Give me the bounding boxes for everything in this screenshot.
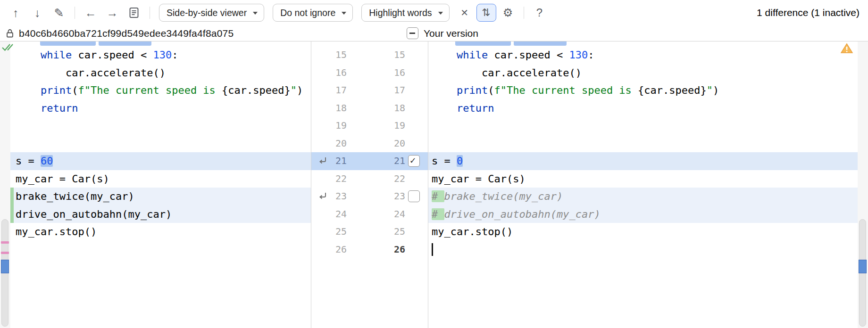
code-line[interactable]: my_car = Car(s) [10, 170, 311, 188]
left-scrollbar-stripe[interactable] [0, 41, 10, 328]
compare-previous-file-button[interactable]: ← [81, 4, 100, 22]
inspection-warning-icon[interactable] [841, 43, 853, 56]
synchronize-scrolling-icon: ⇅ [482, 8, 490, 18]
include-all-changes-checkbox[interactable] [407, 27, 418, 39]
compare-with-clipboard-button[interactable] [124, 4, 144, 22]
gutter-row: 2323 [311, 188, 428, 205]
code-line[interactable]: s = 60 [10, 152, 311, 170]
line-number-right: 24 [394, 205, 405, 223]
viewer-mode-label: Side-by-side viewer [167, 8, 247, 18]
code-token [16, 84, 41, 96]
include-change-checkbox[interactable] [408, 155, 420, 167]
left-editor[interactable]: while car.speed < 130: car.accelerate() … [10, 41, 311, 328]
code-line[interactable] [428, 241, 858, 259]
chevron-down-icon [253, 12, 258, 15]
line-number-left: 25 [335, 223, 347, 241]
arrow-right-icon: → [107, 7, 118, 19]
code-token: car.speed < [488, 49, 569, 61]
right-title-group: Your version [407, 25, 478, 41]
code-token: s = [16, 155, 41, 167]
line-number-left: 17 [335, 82, 347, 99]
code-line[interactable] [428, 117, 858, 135]
right-editor[interactable]: while car.speed < 130: car.accelerate() … [428, 41, 858, 328]
code-token: ) [713, 84, 719, 96]
left-file-title: b40c6b4660ba721cf99d549edee3449fa4f8a075 [19, 28, 234, 39]
gutter-row: 1616 [311, 64, 428, 82]
ignore-policy-label: Do not ignore [280, 8, 335, 18]
code-token: f"The current speed is [494, 84, 638, 96]
apply-change-icon[interactable] [317, 156, 328, 165]
lock-icon [6, 28, 14, 38]
settings-button[interactable]: ⚙ [498, 4, 518, 22]
toolbar-separator [150, 7, 150, 19]
right-scrollbar-stripe[interactable] [858, 41, 868, 328]
code-line[interactable]: brake_twice(my_car) [10, 188, 311, 205]
code-line[interactable] [10, 117, 311, 135]
line-number-left: 21 [335, 152, 347, 170]
pencil-icon: ✎ [54, 7, 64, 19]
include-change-checkbox[interactable] [408, 190, 420, 202]
synchronize-scrolling-button[interactable]: ⇅ [476, 4, 496, 22]
inserted-change-bar [10, 205, 14, 223]
code-line[interactable]: # drive_on_autobahn(my_car) [428, 205, 858, 223]
line-number-left: 15 [335, 46, 347, 64]
code-token: return [41, 102, 78, 114]
gutter-row: 2626 [311, 241, 428, 259]
code-token: return [457, 102, 494, 114]
collapse-unchanged-button[interactable]: ✕ [455, 4, 475, 22]
line-number-right: 21 [394, 152, 405, 170]
change-block-marker[interactable] [859, 260, 867, 273]
code-line[interactable]: print(f"The current speed is {car.speed}… [10, 82, 311, 99]
gutter-row: 2525 [311, 223, 428, 241]
code-line[interactable]: my_car = Car(s) [428, 170, 858, 188]
code-token: " [707, 84, 713, 96]
toolbar-separator [524, 7, 524, 19]
code-line[interactable]: return [428, 99, 858, 117]
modified-line-marker[interactable] [1, 241, 9, 244]
code-token: print [41, 84, 72, 96]
line-number-left: 20 [335, 135, 347, 153]
edit-source-button[interactable]: ✎ [49, 4, 69, 22]
code-line[interactable] [10, 135, 311, 153]
clipped-highlight [99, 41, 151, 46]
line-number-left: 16 [335, 64, 347, 82]
compare-next-file-button[interactable]: → [102, 4, 122, 22]
diff-toolbar: ↑ ↓ ✎ ← → Side-by-side viewer Do not ign… [0, 0, 868, 25]
apply-change-icon[interactable] [317, 191, 328, 201]
code-line[interactable]: car.accelerate() [10, 64, 311, 82]
code-token: while [457, 49, 488, 61]
code-token: {car.speed} [222, 84, 291, 96]
code-line[interactable]: while car.speed < 130: [10, 46, 311, 64]
code-line[interactable]: my_car.stop() [428, 223, 858, 241]
change-block-marker[interactable] [1, 260, 9, 273]
code-token: print [457, 84, 488, 96]
code-line[interactable]: return [10, 99, 311, 117]
code-token: 130 [153, 49, 172, 61]
code-line[interactable]: print(f"The current speed is {car.speed}… [428, 82, 858, 99]
code-token [432, 49, 457, 61]
diff-viewer-window: ↑ ↓ ✎ ← → Side-by-side viewer Do not ign… [0, 0, 868, 328]
help-button[interactable]: ? [530, 4, 550, 22]
previous-difference-button[interactable]: ↑ [6, 4, 25, 22]
next-difference-button[interactable]: ↓ [27, 4, 47, 22]
line-number-left: 22 [335, 170, 347, 188]
code-line[interactable] [10, 241, 311, 259]
code-line[interactable] [428, 135, 858, 153]
toolbar-separator [75, 7, 75, 19]
clipboard-document-icon [128, 7, 140, 19]
code-token: # [432, 190, 444, 202]
code-token: ) [297, 84, 303, 96]
ignore-policy-dropdown[interactable]: Do not ignore [273, 4, 353, 22]
code-line[interactable]: my_car.stop() [10, 223, 311, 241]
code-line[interactable]: # brake_twice(my_car) [428, 188, 858, 205]
code-line[interactable]: while car.speed < 130: [428, 46, 858, 64]
viewer-mode-dropdown[interactable]: Side-by-side viewer [159, 4, 264, 22]
line-number-left: 23 [335, 188, 347, 205]
inspections-ok-icon[interactable] [1, 42, 14, 54]
modified-line-marker[interactable] [1, 252, 9, 254]
line-number-right: 18 [394, 99, 405, 117]
code-line[interactable]: car.accelerate() [428, 64, 858, 82]
highlight-mode-dropdown[interactable]: Highlight words [361, 4, 449, 22]
code-line[interactable]: drive_on_autobahn(my_car) [10, 205, 311, 223]
code-line[interactable]: s = 0 [428, 152, 858, 170]
